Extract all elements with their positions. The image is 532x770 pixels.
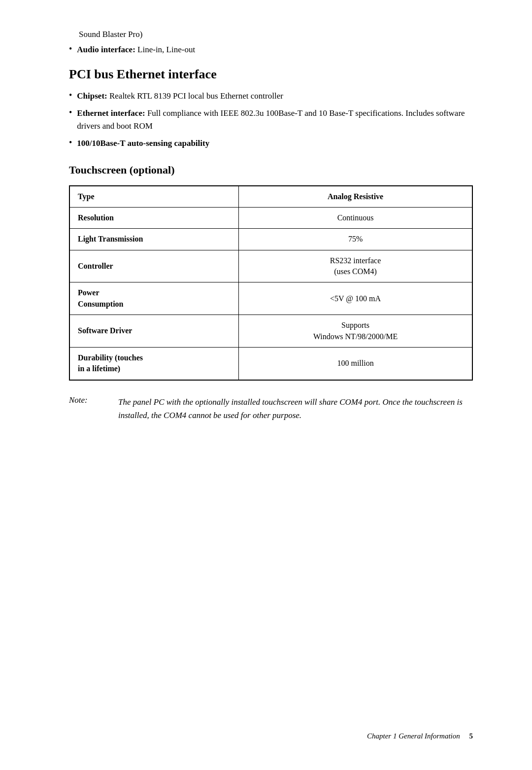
pci-chipset-text: Chipset: Realtek RTL 8139 PCI local bus … — [77, 90, 283, 103]
table-label-controller: Controller — [70, 250, 239, 282]
note-text: The panel PC with the optionally install… — [118, 395, 473, 422]
pci-chipset-value: Realtek RTL 8139 PCI local bus Ethernet … — [109, 91, 283, 101]
table-row-light-transmission: Light Transmission 75% — [70, 229, 472, 250]
table-row-software-driver: Software Driver SupportsWindows NT/98/20… — [70, 315, 472, 348]
bullet-dot: • — [69, 44, 72, 54]
touchscreen-table: Type Analog Resistive Resolution Continu… — [69, 186, 472, 380]
table-value-light-transmission: 75% — [239, 229, 472, 250]
bullet-dot-3: • — [69, 138, 72, 148]
pci-chipset-label: Chipset: — [77, 91, 107, 101]
footer-page: 5 — [469, 732, 473, 740]
touchscreen-heading: Touchscreen (optional) — [69, 164, 473, 176]
pci-chipset-bullet: • Chipset: Realtek RTL 8139 PCI local bu… — [69, 90, 473, 103]
table-header-row: Type Analog Resistive — [70, 186, 472, 207]
audio-interface-value: Line-in, Line-out — [137, 45, 195, 54]
table-row-resolution: Resolution Continuous — [70, 207, 472, 228]
audio-interface-text: Audio interface: Line-in, Line-out — [77, 43, 195, 56]
touchscreen-table-container: Type Analog Resistive Resolution Continu… — [69, 185, 473, 381]
pci-ethernet-label: Ethernet interface: — [77, 108, 145, 118]
table-header-analog: Analog Resistive — [239, 186, 472, 207]
table-header-type: Type — [70, 186, 239, 207]
table-row-controller: Controller RS232 interface(uses COM4) — [70, 250, 472, 282]
table-label-power: PowerConsumption — [70, 282, 239, 315]
table-value-power: <5V @ 100 mA — [239, 282, 472, 315]
pci-autosensing-bullet: • 100/10Base-T auto-sensing capability — [69, 137, 473, 150]
pci-heading: PCI bus Ethernet interface — [69, 67, 473, 82]
table-value-software-driver: SupportsWindows NT/98/2000/ME — [239, 315, 472, 348]
note-label: Note: — [69, 395, 108, 405]
pci-autosensing-value: 100/10Base-T auto-sensing capability — [77, 139, 209, 148]
bullet-dot-1: • — [69, 90, 72, 101]
audio-interface-bullet: • Audio interface: Line-in, Line-out — [69, 43, 473, 56]
table-label-resolution: Resolution — [70, 207, 239, 228]
pci-ethernet-text: Ethernet interface: Full compliance with… — [77, 107, 473, 132]
footer-chapter: Chapter 1 General Information — [367, 732, 460, 740]
table-value-durability: 100 million — [239, 348, 472, 380]
note-section: Note: The panel PC with the optionally i… — [69, 395, 473, 422]
audio-interface-label: Audio interface: — [77, 45, 135, 54]
pci-ethernet-bullet: • Ethernet interface: Full compliance wi… — [69, 107, 473, 132]
table-label-light-transmission: Light Transmission — [70, 229, 239, 250]
table-row-durability: Durability (touchesin a lifetime) 100 mi… — [70, 348, 472, 380]
table-value-resolution: Continuous — [239, 207, 472, 228]
pci-autosensing-text: 100/10Base-T auto-sensing capability — [77, 137, 209, 150]
table-label-software-driver: Software Driver — [70, 315, 239, 348]
bullet-dot-2: • — [69, 107, 72, 118]
table-row-power: PowerConsumption <5V @ 100 mA — [70, 282, 472, 315]
sound-blaster-text: Sound Blaster Pro) — [69, 30, 473, 39]
footer: Chapter 1 General Information 5 — [367, 732, 473, 740]
table-value-controller: RS232 interface(uses COM4) — [239, 250, 472, 282]
table-label-durability: Durability (touchesin a lifetime) — [70, 348, 239, 380]
